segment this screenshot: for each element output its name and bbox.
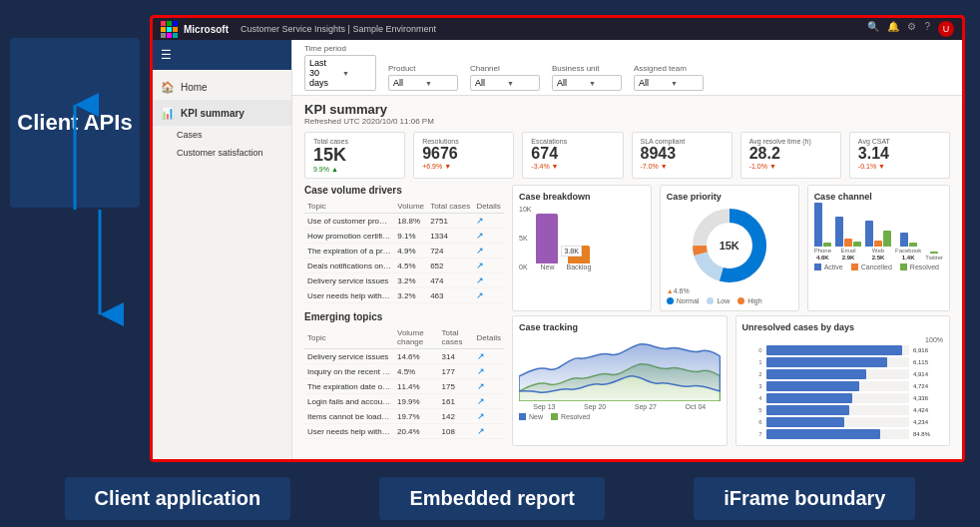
menu-icon[interactable]: ☰ [161, 48, 172, 62]
col-volume: Volume [394, 200, 427, 214]
hbar-value: 4,234 [913, 419, 943, 425]
kpi-card-total-cases: Total cases 15K 9.9% ▲ [304, 132, 405, 179]
et-total-cell: 314 [439, 349, 474, 364]
bell-icon[interactable]: 🔔 [887, 21, 899, 37]
case-volume-table: Topic Volume Total cases Details Use of … [304, 200, 504, 303]
et-details-cell[interactable]: ↗ [474, 409, 504, 424]
filter-time-period: Time period Last 30 days ▼ [304, 44, 376, 91]
volume-cell: 4.5% [394, 259, 427, 273]
details-cell[interactable]: ↗ [473, 273, 504, 288]
et-topic-cell: Inquiry on the recent d... [304, 364, 394, 379]
total-cell: 1334 [427, 229, 473, 244]
et-total-cell: 142 [439, 409, 474, 424]
table-row: Inquiry on the recent d... 4.5% 177 ↗ [304, 364, 504, 379]
details-cell[interactable]: ↗ [473, 259, 504, 273]
sidebar-subitem-customer[interactable]: Customer satisfaction [153, 144, 291, 162]
x-label-2: Sep 20 [584, 403, 606, 410]
kpi-label-csat: Avg CSAT [858, 138, 941, 145]
browser-topbar: Microsoft Customer Service Insights | Sa… [153, 18, 962, 40]
product-select[interactable]: All ▼ [388, 75, 458, 91]
help-icon[interactable]: ? [924, 21, 930, 37]
hbar-row: 2 4,914 [742, 369, 944, 379]
channel-label: Channel [470, 64, 540, 73]
volume-cell: 18.8% [394, 214, 427, 229]
topic-cell: Delivery service issues [304, 273, 394, 288]
x-label-4: Oct 04 [686, 403, 707, 410]
hbar-value: 6,916 [913, 347, 943, 353]
settings-icon[interactable]: ⚙ [907, 21, 916, 37]
et-details-cell[interactable]: ↗ [474, 424, 504, 439]
topbar-icons: 🔍 🔔 ⚙ ? U [867, 21, 954, 37]
kpi-label-escalations: Escalations [531, 138, 614, 145]
table-row: Use of customer promo code 18.8% 2751 ↗ [304, 214, 504, 229]
col-details: Details [473, 200, 504, 214]
total-cell: 474 [427, 273, 473, 288]
hbar-chart: 0 6,916 1 6,115 2 4,914 3 4,724 4 4,336 … [742, 345, 944, 439]
details-cell[interactable]: ↗ [473, 229, 504, 244]
case-tracking-title: Case tracking [519, 322, 721, 332]
sidebar-item-kpi[interactable]: 📊 KPI summary [153, 100, 291, 126]
topic-cell: Deals notifications on mobile [304, 259, 394, 273]
et-volume-cell: 20.4% [394, 424, 439, 439]
legend-active: Active [824, 264, 843, 270]
et-topic-cell: Delivery service issues [304, 349, 394, 364]
app-layout: ☰ 🏠 Home 📊 KPI summary Cases Customer sa… [153, 40, 962, 459]
filter-product: Product All ▼ [388, 64, 458, 91]
channel-select[interactable]: All ▼ [470, 75, 540, 91]
case-breakdown-chart: Case breakdown 10K 5K 0K [512, 185, 652, 311]
assigned-team-label: Assigned team [634, 64, 704, 73]
kpi-value-resolve-time: 28.2 [749, 145, 832, 163]
hbar-label: 0 [742, 347, 762, 353]
kpi-card-resolutions: Resolutions 9676 +6.9% ▼ [413, 132, 514, 179]
assigned-team-value: All [639, 78, 667, 88]
search-icon[interactable]: 🔍 [867, 21, 879, 37]
topic-cell: User needs help with payment is... [304, 288, 394, 303]
app-brand: Microsoft [184, 24, 229, 35]
hbar-value: 4,914 [913, 371, 943, 377]
et-details-cell[interactable]: ↗ [474, 349, 504, 364]
volume-cell: 4.9% [394, 244, 427, 259]
embedded-report-label: Embedded report [379, 477, 605, 520]
et-col-details: Details [474, 326, 504, 349]
donut-center: 15K [720, 240, 739, 252]
table-row: Delivery service issues 14.6% 314 ↗ [304, 349, 504, 364]
sidebar-subitem-cases[interactable]: Cases [153, 126, 291, 144]
sidebar-item-home[interactable]: 🏠 Home [153, 74, 291, 100]
details-cell[interactable]: ↗ [473, 214, 504, 229]
kpi-title: KPI summary [304, 102, 950, 117]
volume-cell: 3.2% [394, 288, 427, 303]
volume-cell: 3.2% [394, 273, 427, 288]
kpi-label-resolve-time: Avg resolve time (h) [749, 138, 832, 145]
assigned-team-select[interactable]: All ▼ [634, 75, 704, 91]
et-details-cell[interactable]: ↗ [474, 379, 504, 394]
ms-logo [161, 21, 178, 38]
case-breakdown-title: Case breakdown [519, 192, 645, 202]
business-unit-select[interactable]: All ▼ [552, 75, 622, 91]
hbar-value: 4,724 [913, 383, 943, 389]
legend-cancelled: Cancelled [861, 264, 892, 270]
et-total-cell: 177 [439, 364, 474, 379]
product-label: Product [388, 64, 458, 73]
et-details-cell[interactable]: ↗ [474, 364, 504, 379]
kpi-card-csat: Avg CSAT 3.14 -0.1% ▼ [849, 132, 950, 179]
details-cell[interactable]: ↗ [473, 244, 504, 259]
kpi-label-total-cases: Total cases [313, 138, 396, 145]
user-icon[interactable]: U [938, 21, 954, 37]
high-pct: 4.6% [674, 287, 690, 294]
channel-legend: Active Cancelled Resolved [814, 264, 943, 270]
sidebar-nav: 🏠 Home 📊 KPI summary Cases Customer sati… [153, 70, 291, 459]
chevron-down-icon-3: ▼ [507, 80, 535, 87]
et-volume-cell: 14.6% [394, 349, 439, 364]
hbar-bar-container [766, 405, 910, 415]
kpi-icon: 📊 [161, 106, 175, 120]
hbar-bar-container [766, 381, 910, 391]
table-row: Items cannot be loaded... 19.7% 142 ↗ [304, 409, 504, 424]
details-cell[interactable]: ↗ [473, 288, 504, 303]
time-period-select[interactable]: Last 30 days ▼ [304, 55, 376, 91]
bottom-labels: Client application Embedded report iFram… [0, 469, 980, 527]
et-details-cell[interactable]: ↗ [474, 394, 504, 409]
case-channel-chart: Case channel Phone 4.6K [807, 185, 950, 311]
kpi-card-sla: SLA compliant 8943 -7.0% ▼ [632, 132, 733, 179]
main-content: Time period Last 30 days ▼ Product All ▼… [292, 40, 962, 459]
filter-business-unit: Business unit All ▼ [552, 64, 622, 91]
